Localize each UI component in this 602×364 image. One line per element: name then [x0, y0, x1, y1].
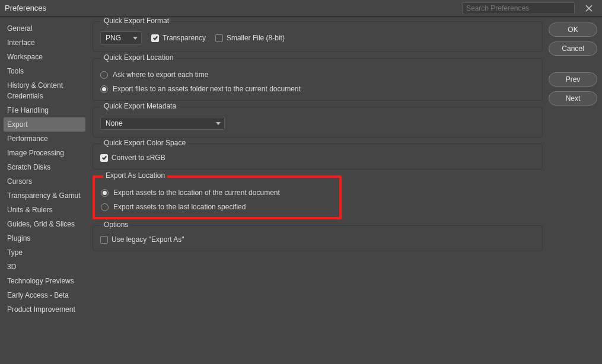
legacy-export-as-checkbox[interactable]: Use legacy "Export As"	[100, 235, 184, 244]
sidebar-item-scratch-disks[interactable]: Scratch Disks	[4, 160, 85, 174]
close-icon	[585, 4, 593, 12]
prev-button[interactable]: Prev	[549, 72, 597, 87]
section-legend: Options	[101, 221, 130, 229]
ok-button[interactable]: OK	[549, 23, 597, 37]
sidebar-item-tools[interactable]: Tools	[4, 64, 85, 78]
radio-assets-folder[interactable]: Export files to an assets folder next to…	[100, 85, 535, 93]
action-buttons: OK Cancel Prev Next	[549, 17, 602, 364]
sidebar-item-performance[interactable]: Performance	[4, 132, 85, 146]
radio-last-location[interactable]: Export assets to the last location speci…	[101, 203, 333, 211]
content-pane: Quick Export Format PNG Transparency Sma…	[89, 17, 549, 364]
sidebar-item-workspace[interactable]: Workspace	[4, 50, 85, 64]
sidebar-item-general[interactable]: General	[4, 21, 85, 36]
section-options: Options Use legacy "Export As"	[93, 225, 543, 251]
sidebar-item-3d[interactable]: 3D	[4, 260, 85, 274]
titlebar: Preferences	[0, 0, 602, 17]
sidebar-item-file-handling[interactable]: File Handling	[4, 103, 85, 117]
format-select[interactable]: PNG	[100, 31, 142, 44]
sidebar-item-export[interactable]: Export	[4, 117, 85, 132]
section-legend: Export As Location	[103, 171, 167, 180]
radio-label: Ask where to export each time	[113, 71, 208, 79]
search-input[interactable]	[462, 2, 575, 14]
metadata-select-value: None	[106, 119, 123, 127]
radio-label: Export files to an assets folder next to…	[113, 85, 301, 93]
section-legend: Quick Export Location	[101, 53, 176, 62]
format-select-value: PNG	[106, 34, 121, 42]
smaller-file-checkbox[interactable]: Smaller File (8-bit)	[215, 34, 285, 42]
sidebar-item-units-rulers[interactable]: Units & Rulers	[4, 203, 85, 217]
radio-ask-where[interactable]: Ask where to export each time	[100, 71, 535, 79]
section-quick-export-color-space: Quick Export Color Space Convert to sRGB	[93, 143, 543, 170]
transparency-checkbox[interactable]: Transparency	[151, 34, 206, 42]
sidebar-item-image-processing[interactable]: Image Processing	[4, 146, 85, 160]
section-legend: Quick Export Color Space	[101, 139, 188, 147]
radio-current-document-location[interactable]: Export assets to the location of the cur…	[101, 189, 333, 197]
sidebar-item-cursors[interactable]: Cursors	[4, 174, 85, 189]
cancel-button[interactable]: Cancel	[549, 41, 597, 56]
sidebar-item-type[interactable]: Type	[4, 245, 85, 260]
section-legend: Quick Export Metadata	[101, 102, 179, 110]
close-button[interactable]	[581, 0, 597, 17]
section-quick-export-format: Quick Export Format PNG Transparency Sma…	[93, 21, 543, 52]
convert-srgb-label: Convert to sRGB	[112, 154, 165, 162]
sidebar-item-transparency-gamut[interactable]: Transparency & Gamut	[4, 189, 85, 203]
sidebar-item-product-improvement[interactable]: Product Improvement	[4, 302, 85, 317]
sidebar-item-plugins[interactable]: Plugins	[4, 231, 85, 245]
section-quick-export-metadata: Quick Export Metadata None	[93, 107, 543, 138]
radio-label: Export assets to the last location speci…	[113, 203, 246, 211]
transparency-label: Transparency	[163, 34, 206, 42]
sidebar-item-history-content-credentials[interactable]: History & Content Credentials	[4, 78, 85, 103]
sidebar-item-early-access-beta[interactable]: Early Access - Beta	[4, 288, 85, 302]
section-quick-export-location: Quick Export Location Ask where to expor…	[93, 58, 543, 101]
sidebar-item-guides-grid-slices[interactable]: Guides, Grid & Slices	[4, 217, 85, 231]
next-button[interactable]: Next	[549, 91, 597, 106]
sidebar-item-interface[interactable]: Interface	[4, 36, 85, 50]
window-title: Preferences	[5, 4, 46, 12]
section-legend: Quick Export Format	[101, 17, 171, 25]
sidebar: GeneralInterfaceWorkspaceToolsHistory & …	[0, 17, 89, 364]
legacy-export-as-label: Use legacy "Export As"	[112, 235, 184, 244]
smaller-file-label: Smaller File (8-bit)	[227, 34, 285, 42]
sidebar-item-technology-previews[interactable]: Technology Previews	[4, 274, 85, 288]
convert-srgb-checkbox[interactable]: Convert to sRGB	[100, 154, 165, 162]
radio-label: Export assets to the location of the cur…	[113, 189, 280, 197]
section-export-as-location: Export As Location Export assets to the …	[93, 175, 342, 219]
metadata-select[interactable]: None	[100, 117, 225, 130]
